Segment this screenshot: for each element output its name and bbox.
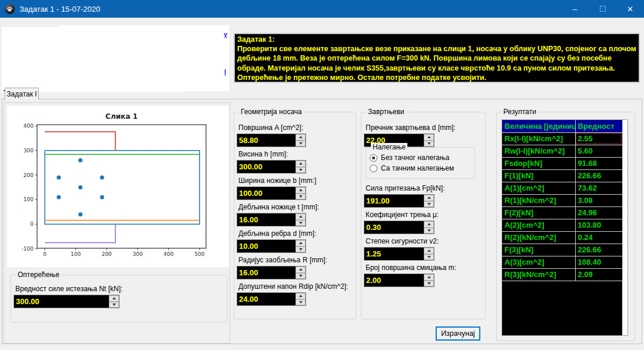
- safety-v2-spin-down-button[interactable]: [424, 254, 434, 261]
- friction-mu-input[interactable]: 0.30: [364, 221, 434, 234]
- column-header: Величина [јединиц: [502, 120, 575, 132]
- blank-panel-right: [59, 25, 229, 91]
- result-value-cell[interactable]: 103.80: [575, 219, 622, 231]
- friction-mu-spin-down-button[interactable]: [424, 228, 434, 234]
- spin-down-icon: [299, 275, 303, 277]
- result-name-cell[interactable]: Rw(I-I)[kN/cm^2]: [502, 145, 575, 157]
- result-name-cell[interactable]: R(3)[kN/cm^2]: [502, 268, 575, 281]
- tension-force-nt-spin-up-button[interactable]: [109, 295, 119, 302]
- web-thickness-d-spin-up-button[interactable]: [296, 240, 306, 246]
- friction-mu-spin-up-button[interactable]: [424, 221, 434, 228]
- tension-force-nt-input[interactable]: 300.00: [14, 295, 119, 308]
- result-value-cell[interactable]: 2.55: [575, 132, 622, 145]
- allowable-stress-rdip-spin-down-button[interactable]: [296, 299, 306, 306]
- flange-width-b-spin-up-button[interactable]: [296, 187, 306, 194]
- bolt-diameter-d-spin-up-button[interactable]: [424, 134, 434, 141]
- result-value-cell[interactable]: 0.24: [575, 231, 622, 244]
- radio-icon: [370, 165, 377, 172]
- height-h-label: Висина h [mm]:: [238, 150, 352, 158]
- area-a-spin-up-button[interactable]: [296, 134, 306, 141]
- result-name-cell[interactable]: F(3)[kN]: [502, 244, 575, 256]
- calculate-button[interactable]: Израчунај: [436, 326, 480, 341]
- flange-width-b-field: Ширина ножице b [mm:]100.00: [237, 176, 352, 200]
- result-value-cell[interactable]: 226.66: [575, 169, 622, 182]
- close-button[interactable]: ✕: [616, 0, 644, 18]
- result-name-cell[interactable]: F(1)[kN]: [502, 169, 575, 182]
- flange-thickness-t-spin-up-button[interactable]: [296, 214, 306, 220]
- result-name-cell[interactable]: R(1)[kN/cm^2]: [502, 194, 575, 206]
- shear-planes-m-input[interactable]: 2.00: [364, 274, 434, 287]
- allowable-stress-rdip-spin-up-button[interactable]: [296, 293, 306, 299]
- fillet-radius-r-spin-down-button[interactable]: [296, 273, 306, 279]
- fillet-radius-r-spinners: [296, 266, 306, 279]
- friction-mu-value: 0.30: [364, 221, 424, 234]
- allowable-stress-rdip-spinners: [296, 293, 306, 305]
- task-title: Задатак 1:: [237, 35, 275, 44]
- table-row: R(1)[kN/cm^2]3.08: [502, 194, 622, 206]
- result-name-cell[interactable]: A(1)[cm^2]: [502, 182, 575, 194]
- result-name-cell[interactable]: A(2)[cm^2]: [502, 219, 575, 231]
- tab-label: Задатак I: [6, 90, 36, 98]
- minimize-icon: –: [573, 5, 577, 14]
- result-value-cell[interactable]: 3.08: [575, 194, 622, 206]
- result-value-cell[interactable]: 91.68: [575, 157, 622, 169]
- result-value-cell[interactable]: 2.09: [575, 268, 622, 281]
- result-value-cell[interactable]: 73.62: [575, 182, 622, 194]
- flange-width-b-label: Ширина ножице b [mm:]: [238, 176, 352, 185]
- task-body: Проверити све елементе завртањске везе п…: [237, 45, 636, 82]
- result-value-cell[interactable]: 5.60: [575, 145, 622, 157]
- flange-width-b-spin-down-button[interactable]: [296, 194, 306, 200]
- spin-down-icon: [299, 301, 303, 304]
- spin-up-icon: [112, 297, 116, 299]
- result-value-cell[interactable]: 108.40: [575, 256, 622, 268]
- result-name-cell[interactable]: Rx(I-I)[kN/cm^2]: [502, 132, 575, 145]
- flange-thickness-t-spin-down-button[interactable]: [296, 220, 306, 226]
- flange-width-b-spinners: [296, 187, 306, 199]
- fillet-radius-r-input[interactable]: 16.00: [237, 266, 306, 279]
- web-thickness-d-input[interactable]: 10.00: [237, 239, 306, 253]
- fit-option-1[interactable]: Са тачним налегањем: [370, 164, 474, 172]
- tension-force-nt-value: 300.00: [14, 295, 109, 308]
- result-name-cell[interactable]: R(2)[kN/cm^2]: [502, 231, 575, 244]
- y-tick-label: 200: [24, 172, 34, 178]
- pretension-fp-input[interactable]: 191.00: [364, 194, 434, 208]
- area-a-input[interactable]: 58.80: [237, 134, 306, 147]
- web-thickness-d-spin-down-button[interactable]: [296, 246, 306, 253]
- group-geometry: Геометрија носача Површина A [cm^2]:58.8…: [234, 112, 356, 319]
- spin-up-icon: [299, 136, 303, 138]
- calculate-button-label: Израчунај: [441, 329, 475, 338]
- bolt-diameter-d-spin-down-button[interactable]: [424, 141, 434, 147]
- x-tick-label: 100: [71, 251, 81, 257]
- result-name-cell[interactable]: Fsdop[kN]: [502, 157, 575, 169]
- shear-planes-m-spin-down-button[interactable]: [424, 281, 434, 287]
- result-name-cell[interactable]: F(2)[kN]: [502, 206, 575, 219]
- table-row: A(2)[cm^2]103.80: [502, 219, 622, 231]
- fillet-radius-r-label: Радијус заобљења R [mm]:: [238, 256, 352, 264]
- pretension-fp-spin-down-button[interactable]: [424, 201, 434, 208]
- web-thickness-d-field: Дебљина ребра d [mm]:10.00: [237, 229, 352, 253]
- height-h-spinners: [296, 161, 306, 173]
- shear-planes-m-spin-up-button[interactable]: [424, 274, 434, 281]
- flange-thickness-t-input[interactable]: 16.00: [237, 213, 306, 226]
- fillet-radius-r-spin-up-button[interactable]: [296, 266, 306, 273]
- allowable-stress-rdip-input[interactable]: 24.00: [237, 292, 306, 306]
- x-tick-label: 300: [132, 251, 142, 257]
- height-h-spin-down-button[interactable]: [296, 167, 306, 174]
- safety-v2-spin-up-button[interactable]: [424, 248, 434, 254]
- radio-icon: [370, 154, 377, 162]
- maximize-button[interactable]: [589, 0, 616, 18]
- pretension-fp-spin-up-button[interactable]: [424, 195, 434, 201]
- result-value-cell[interactable]: 226.66: [575, 244, 622, 256]
- height-h-input[interactable]: 300.00: [237, 160, 306, 174]
- table-row: F(1)[kN]226.66: [502, 169, 622, 182]
- tab-zadatak-1[interactable]: Задатак I: [5, 88, 39, 99]
- result-name-cell[interactable]: A(3)[cm^2]: [502, 256, 575, 268]
- minimize-button[interactable]: –: [561, 0, 589, 18]
- safety-v2-input[interactable]: 1.25: [364, 247, 434, 261]
- fit-option-0[interactable]: Без тачног налегања: [370, 154, 474, 162]
- flange-width-b-input[interactable]: 100.00: [237, 186, 306, 200]
- tension-force-nt-spin-down-button[interactable]: [109, 302, 119, 308]
- area-a-spin-down-button[interactable]: [296, 141, 306, 147]
- result-value-cell[interactable]: 24.96: [575, 206, 622, 219]
- height-h-spin-up-button[interactable]: [296, 161, 306, 167]
